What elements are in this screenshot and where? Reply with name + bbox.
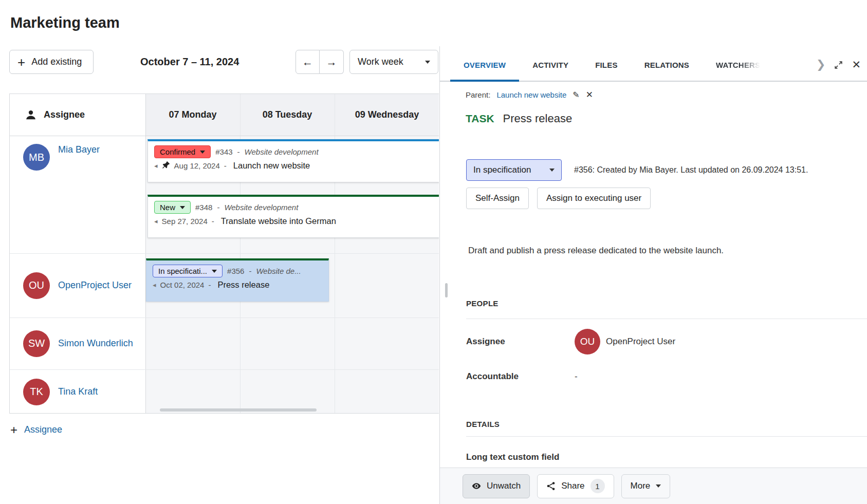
assignee-name-link[interactable]: OpenProject User — [58, 279, 132, 292]
tab-activity[interactable]: ACTIVITY — [519, 49, 582, 81]
assignee-row-openproject-user: OU OpenProject User — [10, 253, 145, 318]
work-package-details-panel: OVERVIEW ACTIVITY FILES RELATIONS WATCHE… — [440, 0, 867, 504]
start-date: Aug 12, 2024 — [174, 161, 220, 170]
work-package-header: TASK Press release — [466, 112, 572, 125]
status-value: In specification — [473, 165, 531, 175]
tab-files[interactable]: FILES — [582, 49, 631, 81]
add-existing-button[interactable]: + Add existing — [9, 50, 94, 74]
more-label: More — [631, 481, 651, 491]
day-header-wednesday: 09 Wednesday — [335, 94, 439, 136]
status-label: In specificati... — [158, 267, 207, 275]
unwatch-button[interactable]: Unwatch — [463, 474, 530, 498]
chevron-down-icon — [656, 484, 661, 488]
share-label: Share — [561, 481, 584, 491]
view-mode-value: Work week — [358, 57, 403, 67]
tab-watchers-label: WATCHERS — [716, 61, 760, 69]
add-assignee-button[interactable]: + Assignee — [10, 424, 62, 435]
more-button[interactable]: More — [621, 474, 671, 498]
continues-left-icon: ◂ — [154, 217, 158, 225]
arrow-right-icon: → — [326, 56, 337, 68]
work-package-title: Translate website into German — [221, 216, 336, 226]
status-badge-dropdown[interactable]: Confirmed — [154, 145, 211, 158]
day-header-tuesday: 08 Tuesday — [240, 94, 335, 136]
start-date: Sep 27, 2024 — [162, 217, 208, 226]
panel-resize-handle[interactable] — [445, 283, 448, 297]
assignee-value[interactable]: OpenProject User — [606, 337, 675, 347]
day-header-monday: 07 Monday — [145, 94, 240, 136]
separator: - — [217, 203, 219, 212]
assignee-header-label: Assignee — [44, 109, 85, 120]
accountable-attribute-row: Accountable - — [466, 369, 857, 384]
project-name: Website development — [224, 203, 298, 212]
separator: - — [212, 217, 214, 226]
tab-overview[interactable]: OVERVIEW — [450, 49, 519, 81]
separator: - — [249, 267, 251, 275]
continues-left-icon: ◂ — [153, 281, 156, 289]
person-icon — [25, 109, 36, 121]
horizontal-scrollbar[interactable] — [160, 408, 317, 412]
self-assign-button[interactable]: Self-Assign — [466, 188, 529, 209]
chevron-down-icon — [200, 151, 205, 154]
status-label: New — [160, 203, 175, 212]
continues-left-icon: ◂ — [154, 162, 158, 170]
open-fullscreen-icon[interactable] — [834, 61, 843, 69]
avatar: TK — [23, 379, 50, 405]
start-date: Oct 02, 2024 — [160, 281, 205, 289]
share-button[interactable]: Share 1 — [537, 474, 614, 498]
parent-label: Parent: — [466, 90, 490, 99]
section-divider — [466, 319, 867, 319]
accountable-value[interactable]: - — [575, 371, 578, 382]
share-icon — [546, 481, 556, 491]
work-package-card-356-selected[interactable]: In specificati... #356 - Website de... ◂… — [146, 258, 329, 302]
separator: - — [208, 281, 211, 289]
status-dropdown-button[interactable]: In specification — [466, 159, 562, 181]
work-package-title: Launch new website — [233, 161, 310, 171]
tab-overflow-chevron-icon[interactable]: ❯ — [816, 58, 825, 71]
quick-action-row: Self-Assign Assign to executing user — [466, 188, 651, 209]
remove-parent-icon[interactable]: ✕ — [586, 89, 593, 100]
tab-relations[interactable]: RELATIONS — [631, 49, 703, 81]
chevron-down-icon — [212, 270, 217, 273]
next-week-button[interactable]: → — [320, 50, 344, 74]
previous-week-button[interactable]: ← — [296, 50, 320, 74]
avatar: SW — [23, 330, 50, 357]
assignee-row-mia-bayer: MB Mia Bayer — [10, 136, 145, 253]
avatar: OU — [23, 272, 50, 299]
section-divider — [466, 436, 867, 437]
project-name: Website development — [245, 147, 319, 156]
created-updated-meta: #356: Created by Mia Bayer. Last updated… — [574, 159, 808, 181]
project-name: Website de... — [256, 267, 301, 275]
details-section-heading: DETAILS — [466, 420, 500, 428]
separator: - — [237, 147, 240, 156]
assignee-name-link[interactable]: Simon Wunderlich — [58, 338, 133, 350]
assignee-row-tina-kraft: TK Tina Kraft — [10, 369, 145, 414]
unwatch-label: Unwatch — [487, 481, 521, 491]
type-label: TASK — [466, 113, 494, 125]
week-navigation: ← → — [296, 50, 344, 74]
status-badge-dropdown[interactable]: In specificati... — [153, 265, 223, 277]
parent-link[interactable]: Launch new website — [496, 90, 566, 99]
work-package-title: Press release — [217, 280, 269, 290]
avatar: OU — [575, 329, 600, 354]
parent-row: Parent: Launch new website ✎ ✕ — [466, 89, 593, 100]
assignee-name-link[interactable]: Tina Kraft — [58, 386, 98, 398]
edit-parent-icon[interactable]: ✎ — [573, 90, 579, 100]
chevron-down-icon — [180, 206, 185, 209]
plus-icon: + — [17, 57, 25, 67]
view-mode-select[interactable]: Work week — [349, 50, 438, 74]
people-section-heading: PEOPLE — [466, 299, 499, 308]
grid-line — [145, 94, 146, 414]
work-package-card-348[interactable]: New #348 - Website development ◂ Sep 27,… — [147, 195, 439, 238]
assignee-row-simon-wunderlich: SW Simon Wunderlich — [10, 318, 145, 369]
panel-tab-bar: OVERVIEW ACTIVITY FILES RELATIONS WATCHE… — [440, 49, 867, 82]
work-package-card-343[interactable]: Confirmed #343 - Website development ◂ A… — [147, 139, 439, 182]
separator: - — [224, 161, 227, 170]
chevron-down-icon — [425, 61, 430, 64]
assignee-name-link[interactable]: Mia Bayer — [58, 144, 100, 156]
assign-to-executing-user-button[interactable]: Assign to executing user — [537, 188, 651, 209]
status-badge-dropdown[interactable]: New — [154, 201, 191, 214]
work-package-title[interactable]: Press release — [503, 112, 573, 125]
close-panel-icon[interactable]: ✕ — [852, 59, 861, 71]
description-text[interactable]: Draft and publish a press release dedica… — [468, 246, 724, 256]
tab-watchers[interactable]: WATCHERS — [703, 49, 773, 81]
